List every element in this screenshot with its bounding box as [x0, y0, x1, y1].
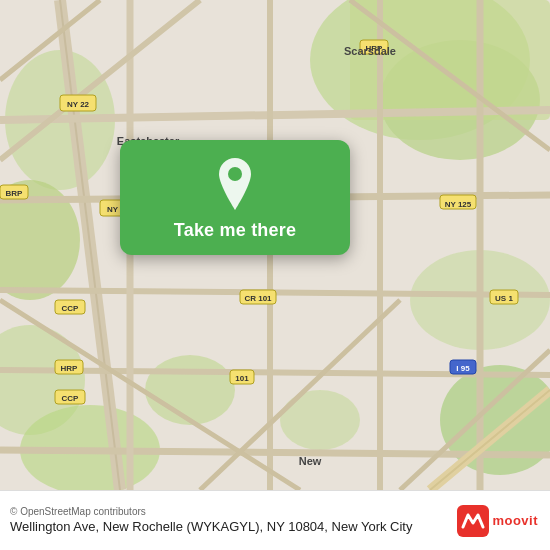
map-container: NY 22 NY 22 CCP CCP HRP HRP CR 101 101 N…	[0, 0, 550, 490]
svg-text:Scarsdale: Scarsdale	[344, 45, 396, 57]
svg-text:NY 22: NY 22	[67, 100, 90, 109]
moovit-icon	[457, 505, 489, 537]
svg-point-58	[228, 167, 242, 181]
svg-text:US 1: US 1	[495, 294, 513, 303]
svg-text:NY 125: NY 125	[445, 200, 472, 209]
svg-text:CCP: CCP	[62, 304, 80, 313]
moovit-text: moovit	[492, 513, 538, 528]
svg-point-11	[280, 390, 360, 450]
svg-text:New: New	[299, 455, 322, 467]
svg-text:CR 101: CR 101	[244, 294, 272, 303]
take-me-there-button[interactable]: Take me there	[120, 140, 350, 255]
svg-text:101: 101	[235, 374, 249, 383]
svg-text:I 95: I 95	[456, 364, 470, 373]
take-me-there-label: Take me there	[174, 220, 296, 241]
location-pin-icon	[213, 158, 257, 210]
svg-text:BRP: BRP	[6, 189, 24, 198]
svg-point-10	[145, 355, 235, 425]
bottom-bar: © OpenStreetMap contributors Wellington …	[0, 490, 550, 550]
svg-text:HRP: HRP	[61, 364, 79, 373]
svg-text:CCP: CCP	[62, 394, 80, 403]
moovit-logo: moovit	[457, 505, 538, 537]
